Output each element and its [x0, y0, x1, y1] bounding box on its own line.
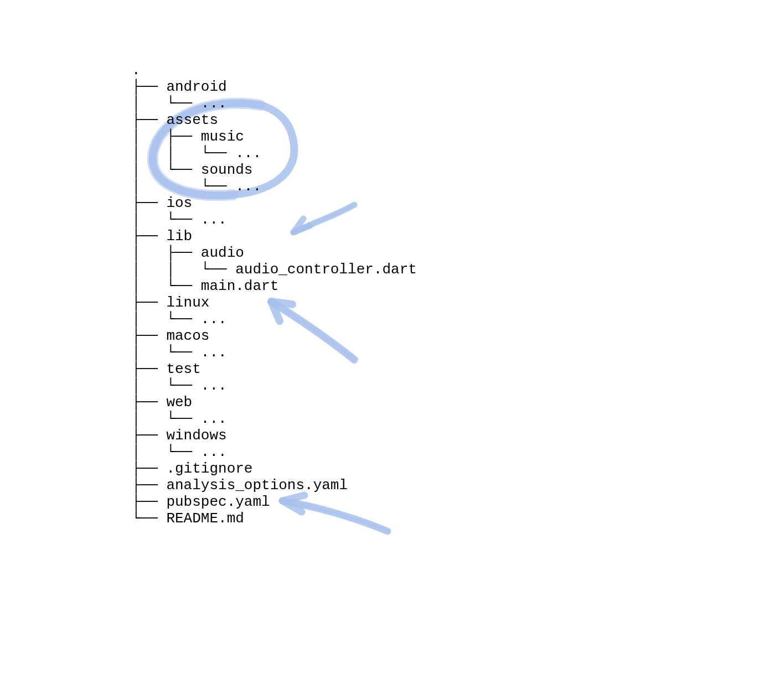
- file-tree: . ├── android │ └── ... ├── assets │ ├──…: [132, 62, 417, 527]
- diagram-canvas: . ├── android │ └── ... ├── assets │ ├──…: [0, 0, 764, 700]
